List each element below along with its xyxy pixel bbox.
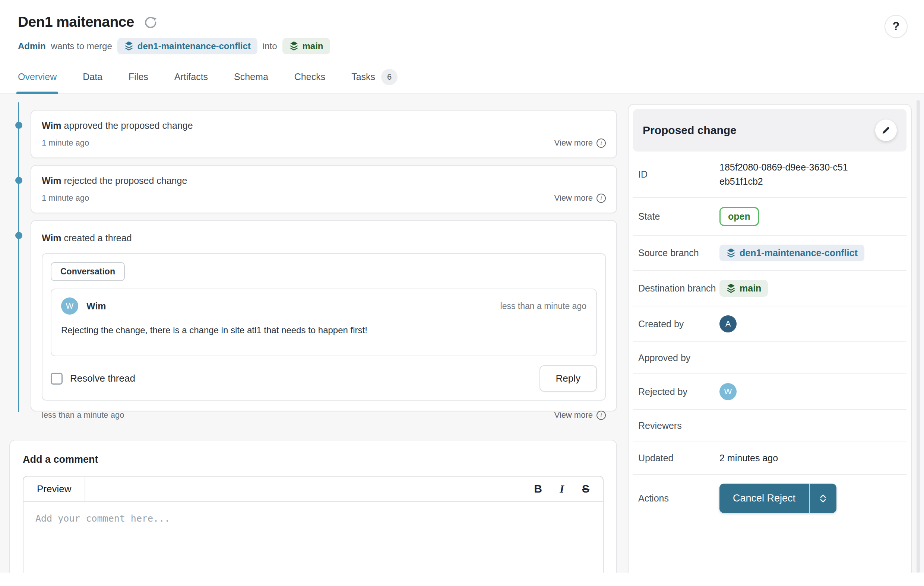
tab-artifacts[interactable]: Artifacts <box>174 71 208 94</box>
event-actor: Wim <box>42 233 61 243</box>
help-button[interactable]: ? <box>884 15 908 38</box>
tab-data[interactable]: Data <box>83 71 102 94</box>
info-icon: i <box>597 411 606 420</box>
row-label: Reviewers <box>638 419 719 432</box>
resolve-thread-checkbox[interactable] <box>51 373 63 385</box>
add-comment-heading: Add a comment <box>23 454 604 465</box>
panel-row-reviewers: Reviewers <box>633 410 906 442</box>
row-label: ID <box>638 168 719 181</box>
tab-bar: Overview Data Files Artifacts Schema Che… <box>0 71 924 94</box>
branch-stack-icon <box>726 283 736 294</box>
bold-icon[interactable]: B <box>529 482 547 495</box>
avatar: W <box>61 298 78 314</box>
branch-stack-icon <box>289 41 299 51</box>
thread-title: Wim created a thread <box>42 233 606 244</box>
view-more-label: View more <box>554 138 593 148</box>
strikethrough-icon[interactable]: S <box>577 482 595 495</box>
panel-row-approved-by: Approved by <box>633 342 906 374</box>
tab-label: Overview <box>18 71 57 82</box>
panel-title: Proposed change <box>643 124 737 137</box>
actions-split-button: Cancel Reject <box>719 484 837 513</box>
view-more-button[interactable]: View more i <box>554 193 606 203</box>
view-more-button[interactable]: View more i <box>554 138 606 148</box>
event-title: Wim rejected the proposed change <box>42 175 606 186</box>
edit-button[interactable] <box>875 120 897 141</box>
info-icon: i <box>597 194 606 203</box>
target-branch-badge[interactable]: main <box>719 280 768 297</box>
row-label: Destination branch <box>638 281 719 295</box>
panel-row-actions: Actions Cancel Reject <box>633 475 906 522</box>
tab-files[interactable]: Files <box>129 71 148 94</box>
resolve-thread-label: Resolve thread <box>70 373 135 384</box>
content-area: Wim approved the proposed change 1 minut… <box>0 94 924 573</box>
timeline-line <box>18 102 19 412</box>
avatar: A <box>719 315 737 333</box>
event-meta: less than a minute ago View more i <box>42 410 606 420</box>
event-action: approved the proposed change <box>64 120 193 131</box>
event-action: rejected the proposed change <box>64 175 187 186</box>
row-label: Approved by <box>638 351 719 364</box>
event-meta: 1 minute ago View more i <box>42 138 606 148</box>
timeline-event-thread: Wim created a thread Conversation W Wim … <box>31 220 617 412</box>
view-more-label: View more <box>554 193 593 203</box>
branch-stack-icon <box>124 41 134 51</box>
event-time: 1 minute ago <box>42 193 89 203</box>
preview-tab[interactable]: Preview <box>23 477 85 501</box>
view-more-label: View more <box>554 410 593 420</box>
cancel-reject-button[interactable]: Cancel Reject <box>719 484 809 513</box>
tab-tasks[interactable]: Tasks 6 <box>351 71 398 94</box>
format-buttons: B I S <box>529 477 603 501</box>
thread-actions-row: Resolve thread Reply <box>51 365 597 392</box>
source-branch-label: den1-maintenance-conflict <box>137 41 251 51</box>
proposed-change-panel: Proposed change ID 185f2080-0869-d9ee-36… <box>628 104 912 573</box>
tab-checks[interactable]: Checks <box>294 71 325 94</box>
target-branch-label: main <box>302 41 323 51</box>
branch-stack-icon <box>726 248 736 258</box>
row-label: Actions <box>638 491 719 505</box>
comment-time: less than a minute ago <box>500 301 586 311</box>
italic-icon[interactable]: I <box>553 482 571 495</box>
scrollbar-thumb[interactable] <box>917 100 920 573</box>
row-label: Rejected by <box>638 385 719 398</box>
source-branch-badge[interactable]: den1-maintenance-conflict <box>719 245 865 261</box>
tab-overview[interactable]: Overview <box>18 71 57 94</box>
view-more-button[interactable]: View more i <box>554 410 606 420</box>
reply-button[interactable]: Reply <box>540 365 597 392</box>
title-row: Den1 maitenance <box>18 13 924 31</box>
author-link[interactable]: Admin <box>18 41 46 51</box>
panel-header: Proposed change <box>633 109 906 151</box>
refresh-button[interactable] <box>143 15 159 31</box>
timeline: Wim approved the proposed change 1 minut… <box>18 110 617 412</box>
tab-schema[interactable]: Schema <box>234 71 268 94</box>
panel-row-state: State open <box>633 198 906 236</box>
row-label: State <box>638 210 719 223</box>
source-branch-label: den1-maintenance-conflict <box>739 248 858 258</box>
event-actor: Wim <box>42 120 61 131</box>
avatar: W <box>719 383 737 400</box>
event-meta: 1 minute ago View more i <box>42 193 606 203</box>
target-branch-label: main <box>739 283 761 294</box>
thread-comment: W Wim less than a minute ago Rejecting t… <box>51 288 597 356</box>
panel-row-rejected-by: Rejected by W <box>633 374 906 410</box>
subtitle-connector: into <box>263 41 277 51</box>
source-branch-badge[interactable]: den1-maintenance-conflict <box>117 38 257 54</box>
panel-row-id: ID 185f2080-0869-d9ee-3630-c51eb51f1cb2 <box>633 151 906 198</box>
actions-dropdown-button[interactable] <box>809 484 837 513</box>
conversation-container: Conversation W Wim less than a minute ag… <box>42 253 606 401</box>
event-actor: Wim <box>42 175 61 186</box>
comment-header: W Wim less than a minute ago <box>61 298 586 314</box>
change-id-value: 185f2080-0869-d9ee-3630-c51eb51f1cb2 <box>719 160 848 188</box>
target-branch-badge[interactable]: main <box>282 38 330 54</box>
tasks-count-badge: 6 <box>381 69 398 85</box>
tab-label: Checks <box>294 71 325 82</box>
panel-row-created-by: Created by A <box>633 306 906 342</box>
editor-toolbar: Preview B I S <box>23 477 603 502</box>
state-badge: open <box>719 207 759 226</box>
comment-input[interactable] <box>23 502 603 573</box>
timeline-event-approved: Wim approved the proposed change 1 minut… <box>31 110 617 158</box>
refresh-icon <box>143 15 159 31</box>
add-comment-section: Add a comment Preview B I S <box>9 440 617 573</box>
tab-label: Tasks <box>351 71 375 82</box>
subtitle-text: wants to merge <box>51 41 112 51</box>
page-header: Den1 maitenance Admin wants to merge den… <box>0 0 924 54</box>
